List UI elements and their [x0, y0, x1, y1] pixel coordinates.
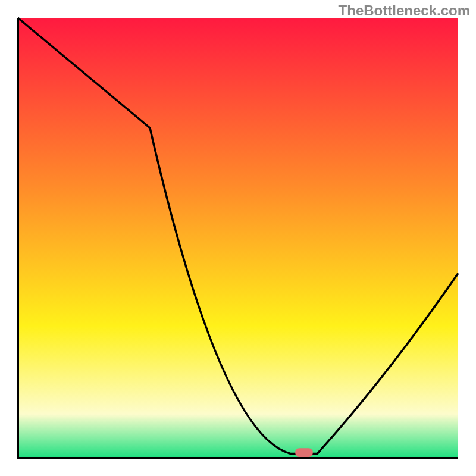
watermark-text: TheBottleneck.com: [339, 2, 470, 19]
optimum-marker: [295, 448, 313, 457]
chart-container: TheBottleneck.com: [0, 0, 476, 476]
gradient-background: [18, 18, 458, 458]
bottleneck-chart: [0, 0, 476, 476]
